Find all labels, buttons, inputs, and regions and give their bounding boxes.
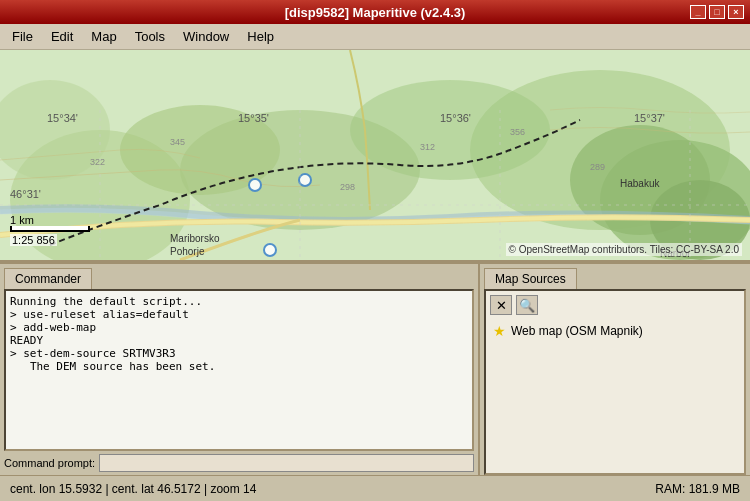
- title-bar-buttons[interactable]: _ □ ×: [690, 5, 744, 19]
- map-svg: 322 345 298 312 356 289 15°34' 15°35' 15…: [0, 50, 750, 260]
- close-button[interactable]: ×: [728, 5, 744, 19]
- place-habakuk: Habakuk: [620, 178, 659, 189]
- scale-bar: 1 km: [10, 214, 90, 232]
- svg-text:298: 298: [340, 182, 355, 192]
- delete-source-button[interactable]: ✕: [490, 295, 512, 315]
- map-area[interactable]: 322 345 298 312 356 289 15°34' 15°35' 15…: [0, 50, 750, 260]
- menu-window[interactable]: Window: [175, 27, 237, 46]
- title-bar: [disp9582] Maperitive (v2.4.3) _ □ ×: [0, 0, 750, 24]
- scale-label: 1 km: [10, 214, 90, 226]
- svg-text:289: 289: [590, 162, 605, 172]
- svg-text:15°35': 15°35': [238, 112, 269, 124]
- minimize-button[interactable]: _: [690, 5, 706, 19]
- menu-tools[interactable]: Tools: [127, 27, 173, 46]
- menu-help[interactable]: Help: [239, 27, 282, 46]
- svg-text:312: 312: [420, 142, 435, 152]
- svg-point-11: [299, 174, 311, 186]
- window-title: [disp9582] Maperitive (v2.4.3): [285, 5, 466, 20]
- zoom-ratio: 1:25 856: [10, 234, 57, 246]
- search-source-button[interactable]: 🔍: [516, 295, 538, 315]
- map-sources-tab[interactable]: Map Sources: [484, 268, 577, 289]
- osm-credit: © OpenStreetMap contributors. Tiles: CC-…: [506, 243, 742, 256]
- bottom-area: Commander Running the default script... …: [0, 264, 750, 475]
- svg-text:356: 356: [510, 127, 525, 137]
- menu-map[interactable]: Map: [83, 27, 124, 46]
- status-bar: cent. lon 15.5932 | cent. lat 46.5172 | …: [0, 475, 750, 501]
- commander-output: Running the default script... > use-rule…: [4, 289, 474, 451]
- svg-point-10: [249, 179, 261, 191]
- menu-bar: File Edit Map Tools Window Help: [0, 24, 750, 50]
- command-input[interactable]: [99, 454, 474, 472]
- commander-panel: Commander Running the default script... …: [0, 264, 480, 475]
- maximize-button[interactable]: □: [709, 5, 725, 19]
- status-coords: cent. lon 15.5932 | cent. lat 46.5172 | …: [10, 482, 256, 496]
- map-sources-panel: Map Sources ✕ 🔍 ★ Web map (OSM Mapnik): [480, 264, 750, 475]
- commander-tab[interactable]: Commander: [4, 268, 92, 289]
- svg-text:15°37': 15°37': [634, 112, 665, 124]
- map-source-label: Web map (OSM Mapnik): [511, 324, 643, 338]
- menu-file[interactable]: File: [4, 27, 41, 46]
- scale-line: [10, 226, 90, 232]
- map-source-item[interactable]: ★ Web map (OSM Mapnik): [490, 321, 740, 341]
- command-prompt-label: Command prompt:: [4, 457, 95, 469]
- svg-text:15°34': 15°34': [47, 112, 78, 124]
- map-sources-toolbar: ✕ 🔍: [490, 295, 740, 315]
- svg-point-12: [264, 244, 276, 256]
- map-sources-content: ✕ 🔍 ★ Web map (OSM Mapnik): [484, 289, 746, 475]
- menu-edit[interactable]: Edit: [43, 27, 81, 46]
- place-mariborsko: MariborskoPohorje: [170, 232, 219, 258]
- svg-text:322: 322: [90, 157, 105, 167]
- star-icon: ★: [493, 323, 506, 339]
- svg-text:15°36': 15°36': [440, 112, 471, 124]
- svg-text:345: 345: [170, 137, 185, 147]
- svg-text:46°31': 46°31': [10, 188, 41, 200]
- status-ram: RAM: 181.9 MB: [655, 482, 740, 496]
- command-prompt-area: Command prompt:: [0, 451, 478, 475]
